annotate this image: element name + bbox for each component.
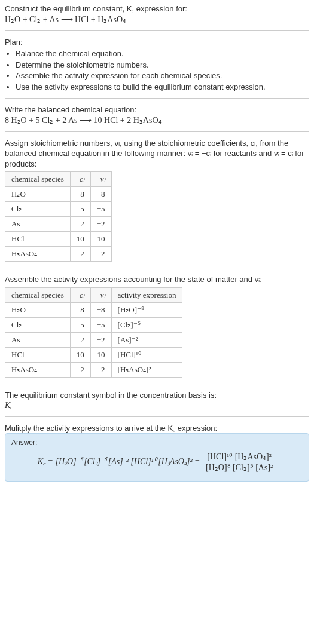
col-activity: activity expression	[111, 288, 182, 303]
cell-ci: 5	[70, 318, 90, 333]
cell-species: HCl	[5, 232, 71, 247]
plan-item: Balance the chemical equation.	[16, 48, 309, 59]
table-row: H₂O 8 −8	[5, 187, 112, 202]
cell-vi: −5	[90, 318, 111, 333]
cell-ci: 8	[70, 187, 90, 202]
answer-label: Answer:	[11, 438, 303, 447]
cell-activity: [H₃AsO₄]²	[111, 363, 182, 378]
cell-species: H₂O	[5, 303, 71, 318]
kc-symbol-label: The equilibrium constant symbol in the c…	[5, 390, 309, 401]
cell-activity: [HCl]¹⁰	[111, 348, 182, 363]
cell-ci: 10	[70, 348, 90, 363]
stoich-intro: Assign stoichiometric numbers, νᵢ, using…	[5, 138, 309, 170]
document-page: Construct the equilibrium constant, K, e…	[0, 0, 314, 487]
cell-species: Cl₂	[5, 318, 71, 333]
separator	[5, 98, 309, 99]
activity-table: chemical species cᵢ νᵢ activity expressi…	[5, 287, 182, 378]
kc-fraction-denominator: [H₂O]⁸ [Cl₂]⁵ [As]²	[203, 462, 275, 473]
cell-ci: 2	[70, 217, 90, 232]
balanced-equation: 8 H₂O + 5 Cl₂ + 2 As ⟶ 10 HCl + 2 H₃AsO₄	[5, 115, 309, 125]
multiply-label: Mulitply the activity expressions to arr…	[5, 423, 309, 434]
cell-vi: −8	[90, 187, 111, 202]
answer-box: Answer: K꜀ = [H₂O]⁻⁸ [Cl₂]⁻⁵ [As]⁻² [HCl…	[5, 433, 309, 482]
cell-ci: 2	[70, 247, 90, 262]
cell-vi: −5	[90, 202, 111, 217]
cell-species: H₃AsO₄	[5, 363, 71, 378]
table-row: H₃AsO₄ 2 2	[5, 247, 112, 262]
cell-activity: [Cl₂]⁻⁵	[111, 318, 182, 333]
plan-item: Determine the stoichiometric numbers.	[16, 60, 309, 70]
cell-vi: −8	[90, 303, 111, 318]
kc-expression: K꜀ = [H₂O]⁻⁸ [Cl₂]⁻⁵ [As]⁻² [HCl]¹⁰ [H₃A…	[11, 452, 303, 473]
cell-ci: 2	[70, 363, 90, 378]
cell-vi: −2	[90, 217, 111, 232]
cell-vi: 10	[90, 348, 111, 363]
cell-species: H₃AsO₄	[5, 247, 71, 262]
cell-ci: 10	[70, 232, 90, 247]
header-title: Construct the equilibrium constant, K, e…	[5, 4, 309, 14]
cell-species: H₂O	[5, 187, 71, 202]
table-header-row: chemical species cᵢ νᵢ	[5, 172, 112, 187]
separator	[5, 30, 309, 31]
cell-ci: 2	[70, 333, 90, 348]
table-row: HCl 10 10	[5, 232, 112, 247]
header-equation: H₂O + Cl₂ + As ⟶ HCl + H₃AsO₄	[5, 14, 309, 24]
cell-vi: −2	[90, 333, 111, 348]
col-vi: νᵢ	[90, 288, 111, 303]
kc-prefix: K꜀ = [H₂O]⁻⁸ [Cl₂]⁻⁵ [As]⁻² [HCl]¹⁰ [H₃A…	[38, 457, 200, 466]
table-row: Cl₂ 5 −5	[5, 202, 112, 217]
table-row: Cl₂ 5 −5 [Cl₂]⁻⁵	[5, 318, 182, 333]
separator	[5, 416, 309, 417]
cell-species: Cl₂	[5, 202, 71, 217]
col-ci: cᵢ	[70, 288, 90, 303]
cell-activity: [H₂O]⁻⁸	[111, 303, 182, 318]
activity-intro: Assemble the activity expressions accoun…	[5, 274, 309, 285]
col-vi: νᵢ	[90, 172, 111, 187]
col-species: chemical species	[5, 172, 71, 187]
table-header-row: chemical species cᵢ νᵢ activity expressi…	[5, 288, 182, 303]
kc-fraction: [HCl]¹⁰ [H₃AsO₄]² [H₂O]⁸ [Cl₂]⁵ [As]²	[203, 452, 275, 473]
cell-activity: [As]⁻²	[111, 333, 182, 348]
table-row: H₃AsO₄ 2 2 [H₃AsO₄]²	[5, 363, 182, 378]
cell-vi: 2	[90, 247, 111, 262]
kc-fraction-numerator: [HCl]¹⁰ [H₃AsO₄]²	[203, 452, 275, 462]
separator	[5, 384, 309, 384]
plan-item: Use the activity expressions to build th…	[16, 82, 309, 93]
table-row: HCl 10 10 [HCl]¹⁰	[5, 348, 182, 363]
cell-species: As	[5, 217, 71, 232]
col-ci: cᵢ	[70, 172, 90, 187]
table-row: As 2 −2	[5, 217, 112, 232]
cell-vi: 2	[90, 363, 111, 378]
table-row: H₂O 8 −8 [H₂O]⁻⁸	[5, 303, 182, 318]
separator	[5, 268, 309, 268]
col-species: chemical species	[5, 288, 71, 303]
cell-species: HCl	[5, 348, 71, 363]
cell-vi: 10	[90, 232, 111, 247]
cell-species: As	[5, 333, 71, 348]
header-title-text: Construct the equilibrium constant, K, e…	[5, 4, 187, 13]
kc-symbol: K꜀	[5, 401, 309, 410]
plan-list: Balance the chemical equation. Determine…	[5, 48, 309, 92]
stoich-table: chemical species cᵢ νᵢ H₂O 8 −8 Cl₂ 5 −5…	[5, 171, 112, 262]
plan-item: Assemble the activity expression for eac…	[16, 70, 309, 81]
cell-ci: 5	[70, 202, 90, 217]
table-row: As 2 −2 [As]⁻²	[5, 333, 182, 348]
cell-ci: 8	[70, 303, 90, 318]
balanced-label: Write the balanced chemical equation:	[5, 105, 309, 115]
plan-label: Plan:	[5, 37, 309, 48]
separator	[5, 131, 309, 132]
